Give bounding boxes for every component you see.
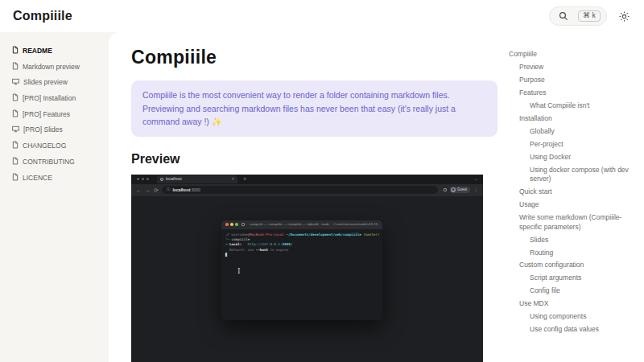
- profile-chip: ☻ Guest: [450, 187, 470, 193]
- toolbar-right: ☻ Guest ⋮: [444, 187, 478, 193]
- new-tab-icon: +: [243, 176, 246, 182]
- sidebar-item--pro-installation[interactable]: [PRO] Installation: [12, 93, 102, 103]
- toc-item[interactable]: What Compiiile isn't: [509, 101, 633, 110]
- toc-item[interactable]: Purpose: [509, 76, 633, 84]
- site-logo[interactable]: Compiiile: [13, 9, 72, 23]
- traffic-zoom-icon: [235, 223, 238, 226]
- file-icon: [12, 62, 19, 72]
- browser-screenshot: localhost × + – ← → ⟳ ⓘ localhost:3000: [131, 175, 483, 362]
- sidebar-item-label: Markdown preview: [23, 64, 80, 71]
- window-control-dot: [147, 178, 149, 180]
- reload-icon: ⟳: [154, 187, 159, 193]
- browser-toolbar: ← → ⟳ ⓘ localhost:3000 ☻ Guest ⋮: [131, 184, 483, 196]
- sidebar-item-label: [PRO] Installation: [23, 95, 76, 102]
- window-control-dot: [142, 178, 144, 180]
- sidebar-item-label: [PRO] Features: [23, 111, 70, 118]
- window-control-dot: [137, 178, 139, 180]
- toc-item[interactable]: Usage: [509, 200, 633, 209]
- search-icon: [559, 11, 568, 21]
- site-info-icon: ⓘ: [167, 188, 171, 192]
- toc-item[interactable]: Config file: [509, 286, 633, 295]
- toc-item[interactable]: Per-project: [509, 140, 633, 149]
- file-icon: [12, 157, 19, 167]
- tab-title: localhost: [166, 177, 182, 181]
- file-sidebar: READMEMarkdown previewSlides preview[PRO…: [0, 32, 109, 362]
- toc-item[interactable]: Using components: [509, 312, 633, 321]
- slides-icon: [12, 125, 19, 134]
- intro-callout: Compiiile is the most convenient way to …: [131, 80, 497, 137]
- terminal-line: ▊: [225, 253, 378, 257]
- toc-item[interactable]: Compiiile: [509, 50, 633, 59]
- url-host: localhost: [172, 187, 190, 192]
- window-minimize-icon: –: [475, 177, 477, 182]
- tab-favicon-icon: [160, 178, 163, 181]
- sun-icon: [619, 11, 630, 22]
- browser-viewport: compiiile — compiiile — compiiile — npbu…: [131, 196, 483, 362]
- toc-item[interactable]: Slides: [509, 236, 633, 245]
- sidebar-item-label: README: [23, 47, 52, 55]
- page-title: Compiiile: [131, 47, 483, 68]
- toc-item[interactable]: Features: [509, 88, 633, 97]
- sidebar-item-label: [PRO] Slides: [23, 126, 63, 134]
- guest-label: Guest: [457, 188, 467, 192]
- toc-item[interactable]: Routing: [509, 249, 633, 257]
- slides-icon: [12, 78, 19, 87]
- bookmark-icon: [444, 188, 447, 191]
- terminal-window: compiiile — compiiile — compiiile — npbu…: [221, 220, 382, 320]
- toc-item[interactable]: Script arguments: [509, 274, 633, 282]
- file-icon: [12, 141, 19, 150]
- sidebar-item-label: CHANGELOG: [23, 142, 66, 150]
- terminal-title: compiiile — compiiile — compiiile — npbu…: [250, 223, 379, 226]
- toc-item[interactable]: Globally: [509, 127, 633, 136]
- tab-close-icon: ×: [232, 177, 234, 182]
- sidebar-item-licence[interactable]: LICENCE: [12, 173, 102, 183]
- sidebar-item--pro-slides[interactable]: [PRO] Slides: [12, 125, 102, 134]
- theme-toggle-button[interactable]: [619, 11, 630, 22]
- toc-item[interactable]: Custom configuration: [509, 261, 633, 269]
- avatar-icon: ☻: [451, 187, 456, 192]
- toc-item[interactable]: Use MDX: [509, 299, 633, 308]
- content-surface: Compiiile Compiiile is the most convenie…: [109, 32, 644, 362]
- text-cursor-ibeam: I: [237, 268, 241, 275]
- browser-tabstrip: localhost × + –: [131, 175, 483, 184]
- address-bar: ⓘ localhost:3000: [162, 186, 438, 194]
- search-shortcut-kbd: ⌘ k: [578, 10, 601, 22]
- sidebar-item-markdown-preview[interactable]: Markdown preview: [12, 62, 102, 72]
- sidebar-item-contributing[interactable]: CONTRIBUTING: [12, 157, 102, 167]
- terminal-titlebar: compiiile — compiiile — compiiile — npbu…: [221, 220, 382, 229]
- sidebar-item-readme[interactable]: README: [12, 46, 102, 56]
- sidebar-item-label: LICENCE: [23, 175, 52, 182]
- sidebar-item-label: Slides preview: [23, 79, 68, 86]
- file-icon: [12, 109, 19, 119]
- page-body: READMEMarkdown previewSlides preview[PRO…: [0, 32, 644, 362]
- browser-tab: localhost ×: [157, 175, 237, 183]
- sidebar-item--pro-features[interactable]: [PRO] Features: [12, 109, 102, 119]
- sidebar-item-label: CONTRIBUTING: [23, 158, 75, 166]
- traffic-close-icon: [225, 223, 229, 226]
- sidebar-item-slides-preview[interactable]: Slides preview: [12, 78, 102, 87]
- traffic-minimize-icon: [230, 223, 233, 226]
- main-content: Compiiile Compiiile is the most convenie…: [109, 32, 483, 362]
- file-icon: [12, 93, 19, 103]
- toc-item[interactable]: Installation: [509, 114, 633, 123]
- url-port: :3000: [190, 187, 200, 192]
- toc-item[interactable]: Quick start: [509, 187, 633, 196]
- menu-dots-icon: ⋮: [473, 187, 478, 192]
- toc-item[interactable]: Using docker compose (with dev server): [509, 166, 633, 184]
- toc-item[interactable]: Use config data values: [509, 325, 633, 334]
- toc-item[interactable]: Write some markdown (Compiiile-specific …: [509, 213, 633, 232]
- toc-item[interactable]: Using Docker: [509, 153, 633, 162]
- table-of-contents: CompiiilePreviewPurposeFeaturesWhat Comp…: [509, 32, 644, 362]
- toc-item[interactable]: Preview: [509, 63, 633, 72]
- sidebar-item-changelog[interactable]: CHANGELOG: [12, 141, 102, 150]
- app-header: Compiiile ⌘ k: [0, 0, 644, 32]
- forward-icon: →: [145, 187, 151, 193]
- terminal-output: ⎇ username@MacBook-Pro-Local ~/Documents…: [221, 229, 382, 261]
- header-controls: ⌘ k: [549, 6, 630, 26]
- terminal-tab-icon: [242, 223, 245, 226]
- file-icon: [12, 46, 19, 56]
- file-icon: [12, 173, 19, 183]
- preview-heading: Preview: [131, 152, 483, 167]
- search-button[interactable]: ⌘ k: [549, 6, 607, 26]
- back-icon: ←: [136, 187, 142, 193]
